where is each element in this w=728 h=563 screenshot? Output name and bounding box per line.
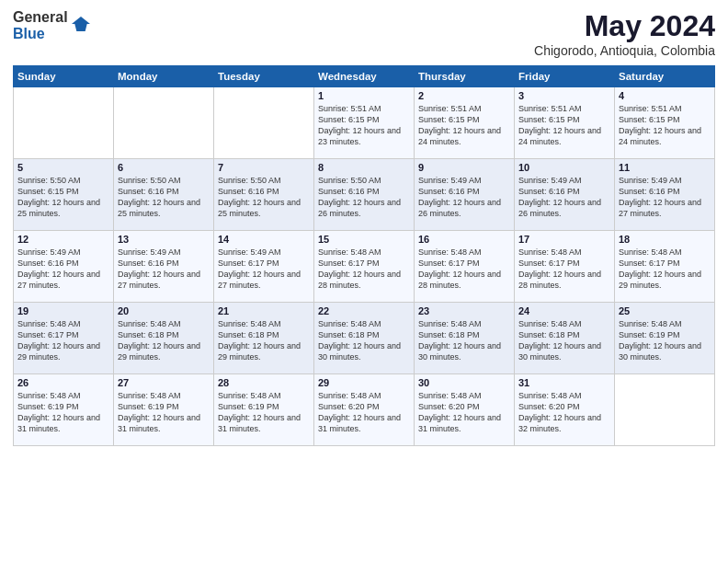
day-number: 18 <box>619 234 711 245</box>
day-info: Sunrise: 5:48 AMSunset: 6:18 PMDaylight:… <box>118 318 210 363</box>
day-number: 13 <box>118 234 210 245</box>
day-info: Sunrise: 5:50 AMSunset: 6:15 PMDaylight:… <box>17 175 109 220</box>
calendar-cell: 8Sunrise: 5:50 AMSunset: 6:16 PMDaylight… <box>314 159 415 231</box>
day-number: 24 <box>518 305 610 316</box>
calendar-cell: 29Sunrise: 5:48 AMSunset: 6:20 PMDayligh… <box>314 374 415 446</box>
day-number: 22 <box>318 305 410 316</box>
day-number: 4 <box>619 90 711 101</box>
day-number: 3 <box>518 90 610 101</box>
day-info: Sunrise: 5:48 AMSunset: 6:20 PMDaylight:… <box>418 390 510 435</box>
calendar-cell: 21Sunrise: 5:48 AMSunset: 6:18 PMDayligh… <box>214 303 314 374</box>
day-info: Sunrise: 5:50 AMSunset: 6:16 PMDaylight:… <box>218 175 310 220</box>
day-info: Sunrise: 5:48 AMSunset: 6:17 PMDaylight:… <box>17 318 109 363</box>
day-number: 31 <box>518 377 610 388</box>
day-number: 28 <box>218 377 310 388</box>
calendar-cell: 18Sunrise: 5:48 AMSunset: 6:17 PMDayligh… <box>615 231 715 303</box>
day-number: 21 <box>218 305 310 316</box>
day-info: Sunrise: 5:51 AMSunset: 6:15 PMDaylight:… <box>619 103 711 148</box>
day-info: Sunrise: 5:49 AMSunset: 6:16 PMDaylight:… <box>518 175 610 220</box>
day-info: Sunrise: 5:48 AMSunset: 6:19 PMDaylight:… <box>619 318 711 363</box>
calendar-table: SundayMondayTuesdayWednesdayThursdayFrid… <box>13 65 715 446</box>
calendar-cell: 6Sunrise: 5:50 AMSunset: 6:16 PMDaylight… <box>114 159 214 231</box>
calendar-week-row: 5Sunrise: 5:50 AMSunset: 6:15 PMDaylight… <box>14 159 715 231</box>
calendar-cell: 3Sunrise: 5:51 AMSunset: 6:15 PMDaylight… <box>515 87 615 159</box>
calendar-cell: 16Sunrise: 5:48 AMSunset: 6:17 PMDayligh… <box>415 231 515 303</box>
day-info: Sunrise: 5:49 AMSunset: 6:16 PMDaylight:… <box>418 175 510 220</box>
day-number: 25 <box>619 305 711 316</box>
calendar-cell: 27Sunrise: 5:48 AMSunset: 6:19 PMDayligh… <box>114 374 214 446</box>
calendar-cell: 26Sunrise: 5:48 AMSunset: 6:19 PMDayligh… <box>14 374 114 446</box>
day-info: Sunrise: 5:50 AMSunset: 6:16 PMDaylight:… <box>118 175 210 220</box>
day-info: Sunrise: 5:48 AMSunset: 6:18 PMDaylight:… <box>418 318 510 363</box>
calendar-week-row: 26Sunrise: 5:48 AMSunset: 6:19 PMDayligh… <box>14 374 715 446</box>
day-info: Sunrise: 5:48 AMSunset: 6:18 PMDaylight:… <box>518 318 610 363</box>
calendar-cell: 30Sunrise: 5:48 AMSunset: 6:20 PMDayligh… <box>415 374 515 446</box>
calendar-cell <box>214 87 314 159</box>
calendar-cell: 12Sunrise: 5:49 AMSunset: 6:16 PMDayligh… <box>14 231 114 303</box>
subtitle: Chigorodo, Antioquia, Colombia <box>534 43 715 58</box>
day-info: Sunrise: 5:48 AMSunset: 6:17 PMDaylight:… <box>518 247 610 292</box>
day-info: Sunrise: 5:48 AMSunset: 6:20 PMDaylight:… <box>518 390 610 435</box>
logo: General Blue <box>13 9 90 41</box>
calendar-cell: 10Sunrise: 5:49 AMSunset: 6:16 PMDayligh… <box>515 159 615 231</box>
day-number: 15 <box>318 234 410 245</box>
calendar-cell <box>114 87 214 159</box>
day-number: 20 <box>118 305 210 316</box>
day-number: 5 <box>17 162 109 173</box>
calendar-cell: 23Sunrise: 5:48 AMSunset: 6:18 PMDayligh… <box>415 303 515 374</box>
day-info: Sunrise: 5:49 AMSunset: 6:16 PMDaylight:… <box>17 247 109 292</box>
calendar-cell <box>615 374 715 446</box>
calendar-cell: 28Sunrise: 5:48 AMSunset: 6:19 PMDayligh… <box>214 374 314 446</box>
day-info: Sunrise: 5:48 AMSunset: 6:19 PMDaylight:… <box>118 390 210 435</box>
day-number: 29 <box>318 377 410 388</box>
page: General Blue May 2024 Chigorodo, Antioqu… <box>0 0 728 563</box>
calendar-cell: 13Sunrise: 5:49 AMSunset: 6:16 PMDayligh… <box>114 231 214 303</box>
calendar-cell: 7Sunrise: 5:50 AMSunset: 6:16 PMDaylight… <box>214 159 314 231</box>
calendar-day-header: Monday <box>114 66 214 87</box>
day-info: Sunrise: 5:48 AMSunset: 6:18 PMDaylight:… <box>218 318 310 363</box>
calendar-cell: 24Sunrise: 5:48 AMSunset: 6:18 PMDayligh… <box>515 303 615 374</box>
day-number: 9 <box>418 162 510 173</box>
calendar-week-row: 12Sunrise: 5:49 AMSunset: 6:16 PMDayligh… <box>14 231 715 303</box>
day-info: Sunrise: 5:48 AMSunset: 6:18 PMDaylight:… <box>318 318 410 363</box>
day-number: 30 <box>418 377 510 388</box>
day-info: Sunrise: 5:48 AMSunset: 6:19 PMDaylight:… <box>218 390 310 435</box>
calendar-header-row: SundayMondayTuesdayWednesdayThursdayFrid… <box>14 66 715 87</box>
day-number: 6 <box>118 162 210 173</box>
logo-general: General <box>13 9 68 26</box>
day-info: Sunrise: 5:49 AMSunset: 6:16 PMDaylight:… <box>619 175 711 220</box>
calendar-day-header: Friday <box>515 66 615 87</box>
calendar-day-header: Thursday <box>415 66 515 87</box>
calendar-day-header: Wednesday <box>314 66 415 87</box>
day-info: Sunrise: 5:51 AMSunset: 6:15 PMDaylight:… <box>518 103 610 148</box>
calendar-cell: 5Sunrise: 5:50 AMSunset: 6:15 PMDaylight… <box>14 159 114 231</box>
day-number: 14 <box>218 234 310 245</box>
calendar-cell <box>14 87 114 159</box>
calendar-cell: 1Sunrise: 5:51 AMSunset: 6:15 PMDaylight… <box>314 87 415 159</box>
day-info: Sunrise: 5:48 AMSunset: 6:17 PMDaylight:… <box>318 247 410 292</box>
day-info: Sunrise: 5:48 AMSunset: 6:17 PMDaylight:… <box>619 247 711 292</box>
calendar-cell: 14Sunrise: 5:49 AMSunset: 6:17 PMDayligh… <box>214 231 314 303</box>
calendar-cell: 15Sunrise: 5:48 AMSunset: 6:17 PMDayligh… <box>314 231 415 303</box>
logo-blue: Blue <box>13 26 45 42</box>
day-info: Sunrise: 5:48 AMSunset: 6:17 PMDaylight:… <box>418 247 510 292</box>
logo-icon <box>72 15 90 33</box>
day-number: 23 <box>418 305 510 316</box>
day-info: Sunrise: 5:48 AMSunset: 6:19 PMDaylight:… <box>17 390 109 435</box>
day-number: 7 <box>218 162 310 173</box>
day-info: Sunrise: 5:50 AMSunset: 6:16 PMDaylight:… <box>318 175 410 220</box>
calendar-cell: 31Sunrise: 5:48 AMSunset: 6:20 PMDayligh… <box>515 374 615 446</box>
day-number: 19 <box>17 305 109 316</box>
calendar-cell: 17Sunrise: 5:48 AMSunset: 6:17 PMDayligh… <box>515 231 615 303</box>
calendar-cell: 11Sunrise: 5:49 AMSunset: 6:16 PMDayligh… <box>615 159 715 231</box>
day-number: 11 <box>619 162 711 173</box>
calendar-cell: 9Sunrise: 5:49 AMSunset: 6:16 PMDaylight… <box>415 159 515 231</box>
calendar-cell: 19Sunrise: 5:48 AMSunset: 6:17 PMDayligh… <box>14 303 114 374</box>
day-info: Sunrise: 5:51 AMSunset: 6:15 PMDaylight:… <box>418 103 510 148</box>
calendar-day-header: Saturday <box>615 66 715 87</box>
day-number: 1 <box>318 90 410 101</box>
calendar-week-row: 19Sunrise: 5:48 AMSunset: 6:17 PMDayligh… <box>14 303 715 374</box>
day-number: 26 <box>17 377 109 388</box>
title-block: May 2024 Chigorodo, Antioquia, Colombia <box>534 9 715 58</box>
calendar-week-row: 1Sunrise: 5:51 AMSunset: 6:15 PMDaylight… <box>14 87 715 159</box>
